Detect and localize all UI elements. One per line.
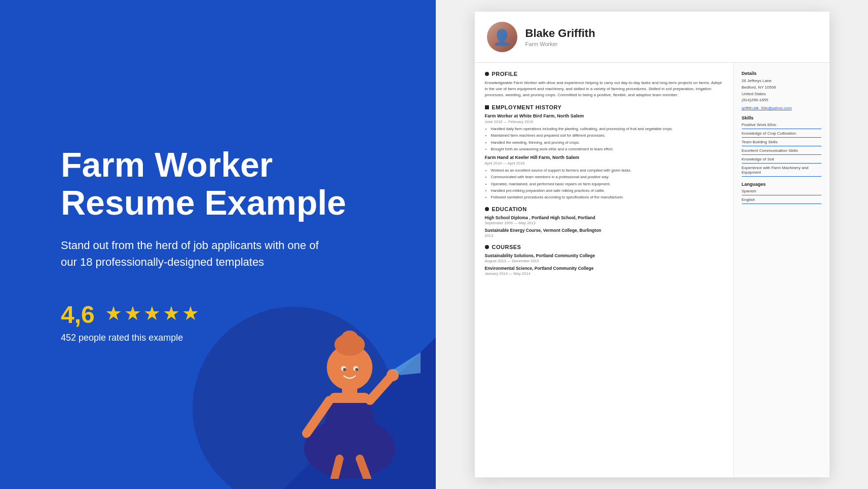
svg-point-12 — [343, 368, 346, 371]
details-label: Details — [742, 71, 821, 76]
stars-container: ★ ★ ★ ★ ★ — [105, 302, 199, 324]
courses-circle-icon — [485, 245, 489, 249]
course-2-title: Environmental Science, Portland Communit… — [485, 266, 723, 271]
svg-point-5 — [341, 331, 359, 349]
resume-document: Blake Griffith Farm Worker Profile Knowl… — [475, 12, 829, 477]
svg-line-14 — [334, 459, 339, 479]
edu-1-date: September 2009 — May 2013 — [485, 221, 723, 225]
job-2-bullets: Worked as an excellent source of support… — [485, 168, 723, 200]
job-1-bullet-2: Maintained farm machines and prepared so… — [491, 133, 723, 138]
edu-2-date: 2013 — [485, 233, 723, 238]
title-line2: Resume Example — [61, 183, 346, 222]
edu-1-title: High School Diploma , Portland High Scho… — [485, 215, 723, 220]
job-2-bullet-4: Handled pre-milking preparation and safe… — [491, 188, 723, 193]
job-1-bullet-1: Handled daily farm operations including … — [491, 126, 723, 132]
resume-job-title: Farm Worker — [525, 41, 595, 47]
sidebar-email: griffith.blk_99e@yahoo.com — [742, 106, 821, 110]
education-circle-icon — [485, 207, 489, 211]
resume-sidebar: Details 26 Jeffreys LaneBedford, NY 1050… — [733, 63, 829, 477]
job-2-bullet-2: Communicated with team members in a prof… — [491, 174, 723, 180]
job-2-bullet-3: Operated, maintained, and performed basi… — [491, 181, 723, 187]
lang-1: Spanish — [742, 189, 821, 195]
right-panel: Blake Griffith Farm Worker Profile Knowl… — [436, 0, 868, 489]
job-2-bullet-5: Followed sanitation procedures according… — [491, 194, 723, 200]
job-1-bullet-4: Brought forth an unwavering work ethic a… — [491, 146, 723, 152]
education-section-title: Education — [485, 206, 723, 212]
svg-point-13 — [355, 368, 358, 371]
skills-label: Skills — [742, 115, 821, 120]
character-illustration — [279, 287, 421, 479]
job-2-bullet-1: Worked as an excellent source of support… — [491, 168, 723, 173]
resume-main-content: Profile Knowledgeable Farm Worker with d… — [475, 63, 733, 477]
skill-3: Team Building Skills — [742, 140, 821, 146]
education-label: Education — [492, 206, 527, 212]
skill-1: Positive Work Ethic — [742, 123, 821, 129]
lang-2: English — [742, 197, 821, 204]
title-line1: Farm Worker — [61, 145, 273, 184]
skill-6: Experience with Farm Machinery and Equip… — [742, 166, 821, 177]
employment-square-icon — [485, 105, 489, 109]
name-section: Blake Griffith Farm Worker — [525, 27, 595, 47]
profile-dot-icon — [485, 72, 489, 76]
resume-header: Blake Griffith Farm Worker — [475, 12, 829, 63]
resume-name: Blake Griffith — [525, 27, 595, 40]
job-2-title: Farm Hand at Keeler Hill Farm, North Sal… — [485, 155, 723, 160]
languages-label: Languages — [742, 182, 821, 187]
edu-2-title: Sustainable Energy Course, Vermont Colle… — [485, 228, 723, 233]
employment-label: Employment History — [492, 104, 562, 110]
skill-2: Knowledge of Crop Cultivation — [742, 131, 821, 138]
svg-marker-16 — [393, 352, 421, 375]
course-1-date: August 2013 — December 2013 — [485, 259, 723, 263]
star-1: ★ — [105, 302, 122, 324]
skill-4: Excellent Communication Skills — [742, 148, 821, 155]
main-title: Farm Worker Resume Example — [61, 146, 395, 222]
star-4: ★ — [163, 302, 180, 324]
left-panel: Farm Worker Resume Example Stand out fro… — [0, 0, 436, 489]
star-5: ★ — [182, 302, 199, 324]
avatar — [487, 22, 517, 52]
job-1-bullets: Handled daily farm operations including … — [485, 126, 723, 152]
job-1-title: Farm Worker at White Bird Farm, North Sa… — [485, 113, 723, 118]
svg-line-8 — [370, 378, 390, 400]
profile-label: Profile — [492, 71, 518, 77]
svg-rect-6 — [342, 385, 357, 395]
job-1-dates: June 2016 — February 2019 — [485, 119, 723, 124]
courses-section-title: Courses — [485, 244, 723, 250]
course-2-date: January 2014 — May 2014 — [485, 271, 723, 276]
skill-5: Knowledge of Soil — [742, 157, 821, 164]
profile-text: Knowledgeable Farm Worker with drive and… — [485, 80, 723, 98]
courses-label: Courses — [492, 244, 521, 250]
sidebar-address: 26 Jeffreys LaneBedford, NY 10506United … — [742, 78, 821, 104]
employment-section-title: Employment History — [485, 104, 723, 110]
star-3: ★ — [143, 302, 161, 324]
course-1-title: Sustainability Solutions, Portland Commu… — [485, 253, 723, 258]
resume-body: Profile Knowledgeable Farm Worker with d… — [475, 63, 829, 477]
profile-section-title: Profile — [485, 71, 723, 77]
job-2-dates: April 2014 — April 2016 — [485, 161, 723, 166]
rating-number: 4,6 — [61, 301, 95, 329]
subtitle-text: Stand out from the herd of job applicant… — [61, 237, 324, 270]
job-1-bullet-3: Handled the weeding, thinning, and pruni… — [491, 140, 723, 145]
star-2: ★ — [124, 302, 141, 324]
